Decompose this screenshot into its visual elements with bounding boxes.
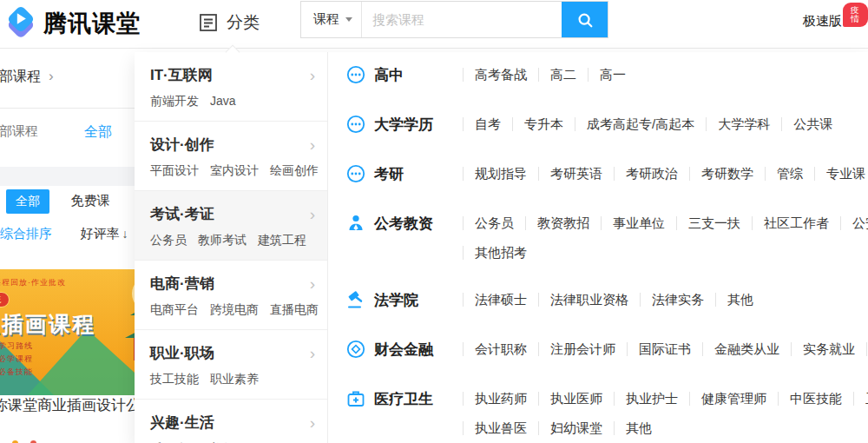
flyout-category-link[interactable]: 自考 [463,117,512,131]
flyout-category-link[interactable]: 会计职称 [463,342,538,356]
flyout-category-link[interactable]: 卫生资格 [853,392,868,406]
menu-subcategory-link[interactable]: 前端开发 [150,94,199,109]
flyout-category-link[interactable]: 专升本 [512,117,575,131]
menu-subcategory-link[interactable]: 教师考试 [198,233,247,248]
flyout-link-line: 自考专升本成考高起专/高起本大学学科公共课 [463,117,868,131]
flyout-category-link[interactable]: 高二 [538,68,588,82]
flyout-category-link[interactable]: 金融类从业 [702,342,791,356]
menu-section-title: 兴趣·生活 [150,413,214,433]
menu-section[interactable]: 考试·考证 公务员教师考试建筑工程 [135,191,327,261]
menu-subcategory-link[interactable]: Java [210,94,236,108]
flyout-row-title: 医疗卫生 [374,389,433,409]
course-list-background: 全部课程 全部课程 全部 全部 免费课 付费课 综合排序 好评率 [0,49,135,443]
flyout-category-link[interactable]: 国际证书 [627,342,702,356]
flyout-row-head[interactable]: 公考教资 [345,213,433,234]
flyout-category-link[interactable]: 法律实务 [640,293,715,307]
flyout-row-head[interactable]: 考研 [345,163,404,184]
category-dropdown: IT·互联网 前端开发Java 设计·创作 平面设计室内设计绘画创作 [135,52,868,443]
flyout-row-head[interactable]: 法学院 [345,289,418,310]
flyout-category-link[interactable]: 法律职业资格 [538,293,640,307]
flyout-category-link[interactable]: 实务就业 [791,342,866,356]
search-scope-label: 课程 [313,11,339,28]
flyout-category-link[interactable]: 教资教招 [525,216,601,230]
menu-section[interactable]: 兴趣·生活 乐器演奏美妆 [135,400,327,443]
flyout-row-head[interactable]: 财会金融 [345,339,433,360]
flyout-category-link[interactable]: 高一 [588,68,637,82]
flyout-category-link[interactable]: 高考备战 [463,68,538,82]
flyout-category-link[interactable]: 三支一扶 [676,216,752,230]
flyout-category-link[interactable]: 规划指导 [463,167,538,181]
flyout-category-link[interactable]: 执业兽医 [463,421,538,435]
breadcrumb-all-courses[interactable]: 全部课程 [0,69,41,83]
menu-subcategory-link[interactable]: 绘画创作 [270,163,319,179]
menu-section[interactable]: IT·互联网 前端开发Java [135,52,327,122]
sort-rating[interactable]: 好评率 [80,226,128,241]
search-input[interactable] [362,2,562,37]
flyout-row: 法学院 法律硕士法律职业资格法律实务其他 [345,289,868,339]
tab-free[interactable]: 免费课 [70,193,109,209]
flyout-category-link[interactable]: 管综 [765,167,814,181]
banner-top-line: 直播授课·课程回放·作业批改 [0,277,135,288]
flyout-category-link[interactable]: 法律硕士 [463,293,538,307]
banner-title: 商业插画课程 [0,310,135,339]
menu-section[interactable]: 设计·创作 平面设计室内设计绘画创作 [135,122,327,191]
flyout-category-link[interactable]: 其他 [614,421,663,435]
category-icon [345,388,366,409]
flyout-category-link[interactable]: 专业课 [814,167,868,181]
menu-section[interactable]: 职业·职场 技工技能职业素养 [135,330,327,400]
filter-summary-value[interactable]: 全部 [84,123,112,142]
corner-badge: 疫情 [843,3,868,27]
flyout-row: 公考教资 公务员教资教招事业单位三支一扶社区工作者公安招警 其他招考 [345,213,868,289]
menu-section[interactable]: 电商·营销 电商平台跨境电商直播电商 [135,261,327,330]
flyout-row-head[interactable]: 高中 [345,64,404,85]
menu-section-title: 设计·创作 [150,135,214,155]
logo[interactable]: 腾讯课堂 [3,6,141,41]
flyout-category-link[interactable]: 考研政治 [614,167,689,181]
menu-subcategory-link[interactable]: 电商平台 [150,302,199,318]
flyout-category-link[interactable]: 事业单位 [601,216,676,230]
banner-line: 自由插画师必学课程 [0,354,135,365]
category-button[interactable]: 分类 [198,11,260,34]
sort-comprehensive[interactable]: 综合排序 [0,226,52,241]
flyout-category-link[interactable]: 中医技能 [778,392,853,406]
flyout-category-link[interactable]: 执业医师 [538,392,614,406]
flyout-category-link[interactable]: 健康管理师 [689,392,778,406]
tab-all[interactable]: 全部 [6,189,49,214]
flyout-link-line: 规划指导考研英语考研政治考研数学管综专业课其他 [463,167,868,181]
menu-subcategory-link[interactable]: 室内设计 [210,163,259,179]
flyout-category-link[interactable]: 社区工作者 [752,216,840,230]
flyout-category-link[interactable]: 考研英语 [538,167,614,181]
menu-section-title: 考试·考证 [150,204,214,224]
flyout-category-link[interactable]: 成考高起专/高起本 [575,117,706,131]
flyout-category-link[interactable]: 大学学科 [706,117,781,131]
flyout-row-head[interactable]: 医疗卫生 [345,388,433,409]
search-scope-dropdown[interactable]: 课程 [301,2,362,37]
flyout-category-link[interactable]: 公务员 [463,216,525,230]
menu-section-title: 职业·职场 [150,343,214,363]
flyout-category-link[interactable]: 妇幼课堂 [538,421,614,435]
speed-version-link[interactable]: 极速版 [803,13,842,30]
flyout-category-link[interactable]: 其他招考 [463,246,538,260]
course-title[interactable]: 米你课堂商业插画设计公开课 [0,395,135,415]
menu-subcategory-link[interactable]: 直播电商 [270,302,319,318]
search-button[interactable] [562,2,608,37]
flyout-row-title: 财会金融 [374,340,433,360]
chevron-right-icon [310,66,315,85]
menu-subcategory-link[interactable]: 平面设计 [150,163,199,179]
chevron-right-icon [310,344,315,363]
flyout-category-link[interactable]: 考研数学 [689,167,765,181]
flyout-category-link[interactable]: 注册会计师 [538,342,627,356]
flyout-category-link[interactable]: 其他 [715,293,765,307]
menu-subcategory-link[interactable]: 建筑工程 [258,233,306,248]
course-banner[interactable]: 直播授课·课程回放·作业批改 全面·系统 商业插画课程 零基础科学学习路线 自由… [0,269,135,395]
flyout-category-link[interactable]: 公安招警 [840,216,868,230]
menu-subcategory-link[interactable]: 公务员 [150,233,187,248]
category-icon [345,339,366,360]
flyout-row-head[interactable]: 大学学历 [345,114,433,135]
flyout-category-link[interactable]: 公共课 [781,117,844,131]
menu-subcategory-link[interactable]: 技工技能 [150,372,199,387]
flyout-category-link[interactable]: 执业药师 [463,392,538,406]
flyout-category-link[interactable]: 执业护士 [614,392,689,406]
menu-subcategory-link[interactable]: 跨境电商 [210,302,259,318]
menu-subcategory-link[interactable]: 职业素养 [210,372,259,387]
